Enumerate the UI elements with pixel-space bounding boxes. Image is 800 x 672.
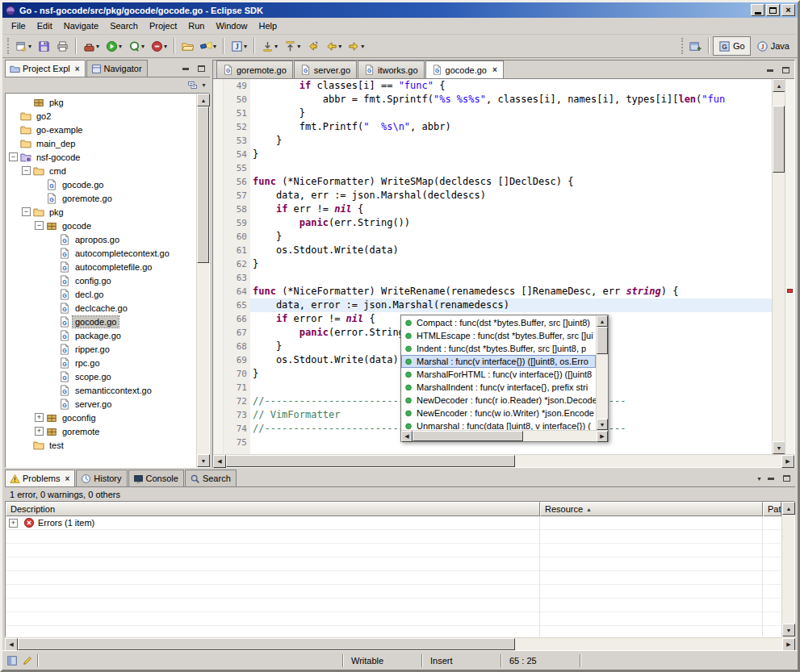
completion-item[interactable]: Marshal : func(v interface{}) ([]uint8, … xyxy=(401,355,596,368)
table-row-empty[interactable] xyxy=(6,571,781,585)
menu-window[interactable]: Window xyxy=(210,19,253,32)
collapse-icon[interactable]: − xyxy=(22,207,31,216)
code-line-53[interactable]: } xyxy=(250,134,772,148)
completion-item[interactable]: NewDecoder : func(r io.Reader) *json.Dec… xyxy=(401,394,596,407)
explorer-scrollbar[interactable]: ▲ ▼ xyxy=(196,94,209,467)
previous-annotation-button[interactable]: ▾ xyxy=(281,36,304,56)
tree-item-pkg[interactable]: pkg xyxy=(6,95,196,109)
expand-icon[interactable]: + xyxy=(35,427,44,436)
tree-item-decl-go[interactable]: Gdecl.go xyxy=(6,287,196,301)
perspective-go-button[interactable]: GGo xyxy=(713,36,751,56)
code-line-50[interactable]: abbr = fmt.Sprintf("%s %s%s", classes[i]… xyxy=(250,93,772,106)
completion-item[interactable]: MarshalForHTML : func(v interface{}) ([]… xyxy=(401,368,596,381)
code-editor[interactable]: if classes[i] == "func" { abbr = fmt.Spr… xyxy=(250,79,772,454)
open-perspective-button[interactable] xyxy=(686,36,705,56)
scroll-down-button[interactable]: ▼ xyxy=(782,624,795,637)
problems-scrollbar[interactable]: ▲ ▼ xyxy=(781,502,794,637)
explorer-tab-project-expl[interactable]: Project Expl× xyxy=(5,60,86,77)
dropdown-arrow-icon[interactable]: ▾ xyxy=(274,43,278,50)
expand-icon[interactable]: + xyxy=(9,519,18,528)
popup-hscrollbar[interactable]: ◀ ▶ xyxy=(401,430,608,441)
code-line-52[interactable]: fmt.Printf(" %s\n", abbr) xyxy=(250,120,772,134)
close-button[interactable]: × xyxy=(781,4,795,16)
code-line-55[interactable] xyxy=(250,161,772,175)
scrollbar-thumb[interactable] xyxy=(226,455,515,467)
code-line-51[interactable]: } xyxy=(250,106,772,120)
maximize-view-button[interactable] xyxy=(780,473,793,484)
scroll-right-button[interactable]: ▶ xyxy=(781,455,794,468)
back-button[interactable]: ▾ xyxy=(322,36,345,56)
editor-tab-itworks.go[interactable]: Gitworks.go xyxy=(358,61,425,78)
minimize-view-button[interactable] xyxy=(764,473,777,484)
tree-item-gocode-go[interactable]: Ggocode.go xyxy=(6,177,196,191)
scroll-down-button[interactable]: ▼ xyxy=(773,441,785,454)
coverage-button[interactable]: ▾ xyxy=(125,36,148,56)
problems-hscrollbar[interactable]: ◀ ▶ xyxy=(5,637,795,650)
tree-item-main-dep[interactable]: main_dep xyxy=(6,136,196,150)
dropdown-arrow-icon[interactable]: ▾ xyxy=(244,43,247,50)
minimize-button[interactable] xyxy=(751,4,764,16)
code-line-56[interactable]: func (*NiceFormatter) WriteSMap(decldesc… xyxy=(250,175,772,189)
tree-item-cmd[interactable]: −cmd xyxy=(6,164,196,177)
view-tab-history[interactable]: History xyxy=(76,470,127,486)
tree-item-autocompletefile-go[interactable]: Gautocompletefile.go xyxy=(6,260,196,273)
scroll-left-button[interactable]: ◀ xyxy=(401,431,413,442)
collapse-icon[interactable]: − xyxy=(9,152,18,161)
view-tab-problems[interactable]: Problems× xyxy=(5,470,75,486)
tree-item-declcache-go[interactable]: Gdeclcache.go xyxy=(6,301,196,315)
new-wizard-button[interactable]: ▾ xyxy=(12,36,35,56)
save-button[interactable] xyxy=(35,36,53,56)
run-button[interactable]: ▾ xyxy=(103,36,125,56)
restore-button[interactable] xyxy=(766,4,780,16)
table-row-empty[interactable] xyxy=(6,612,781,626)
completion-item[interactable]: HTMLEscape : func(dst *bytes.Buffer, src… xyxy=(401,329,596,342)
column-header-description[interactable]: Description xyxy=(6,502,540,516)
code-line-64[interactable]: func (*NiceFormatter) WriteRename(rename… xyxy=(250,285,772,298)
table-row-empty[interactable] xyxy=(6,585,781,599)
open-resource-button[interactable] xyxy=(178,36,197,56)
scroll-up-button[interactable]: ▲ xyxy=(597,315,608,327)
code-line-59[interactable]: panic(err.String()) xyxy=(250,216,772,230)
menu-help[interactable]: Help xyxy=(253,19,283,32)
pencil-icon[interactable] xyxy=(22,655,33,666)
tree-item-config-go[interactable]: Gconfig.go xyxy=(6,273,196,287)
menu-file[interactable]: File xyxy=(6,19,31,32)
dropdown-arrow-icon[interactable]: ▾ xyxy=(28,43,31,50)
view-tab-console[interactable]: Console xyxy=(128,470,184,486)
perspective-java-button[interactable]: JJava xyxy=(751,36,795,56)
code-line-54[interactable]: } xyxy=(250,148,772,161)
table-row-empty[interactable] xyxy=(6,544,781,557)
close-tab-icon[interactable]: × xyxy=(492,65,497,74)
scrollbar-thumb[interactable] xyxy=(413,431,523,441)
completion-item[interactable]: NewEncoder : func(w io.Writer) *json.Enc… xyxy=(401,407,596,419)
view-menu-icon[interactable]: ▼ xyxy=(756,476,762,482)
popup-scrollbar[interactable]: ▲ ▼ xyxy=(596,315,608,430)
tree-item-gocode-go[interactable]: Ggocode.go xyxy=(6,315,196,328)
scroll-up-button[interactable]: ▲ xyxy=(197,94,210,106)
minimize-view-button[interactable] xyxy=(179,63,192,74)
maximize-editor-button[interactable] xyxy=(779,65,792,76)
editor-tab-server.go[interactable]: Gserver.go xyxy=(294,61,357,78)
menu-run[interactable]: Run xyxy=(182,19,210,32)
tree-item-package-go[interactable]: Gpackage.go xyxy=(6,328,196,342)
problems-row-errors[interactable]: +Errors (1 item) xyxy=(6,516,781,530)
tree-item-goremote-go[interactable]: Ggoremote.go xyxy=(6,191,196,205)
toolbar-grip[interactable] xyxy=(7,38,10,54)
scrollbar-thumb[interactable] xyxy=(197,106,209,263)
table-row-empty[interactable] xyxy=(6,557,781,571)
editor-tab-goremote.go[interactable]: Ggoremote.go xyxy=(216,61,293,78)
column-header-path[interactable]: Path xyxy=(763,502,781,516)
menu-navigate[interactable]: Navigate xyxy=(58,19,104,32)
table-row-empty[interactable] xyxy=(6,626,781,637)
editor-scrollbar[interactable]: ▲ ▼ xyxy=(772,79,785,454)
dropdown-arrow-icon[interactable]: ▾ xyxy=(361,43,364,50)
tree-item-server-go[interactable]: Gserver.go xyxy=(6,397,196,411)
new-java-element-button[interactable]: J▾ xyxy=(228,36,250,56)
scrollbar-thumb[interactable] xyxy=(597,327,608,354)
dropdown-arrow-icon[interactable]: ▾ xyxy=(164,43,167,50)
tree-item-goremote[interactable]: +goremote xyxy=(6,424,196,438)
scroll-down-button[interactable]: ▼ xyxy=(597,419,608,430)
collapse-icon[interactable]: − xyxy=(35,221,44,230)
collapse-icon[interactable]: − xyxy=(22,166,31,175)
minimize-editor-button[interactable] xyxy=(764,65,777,76)
